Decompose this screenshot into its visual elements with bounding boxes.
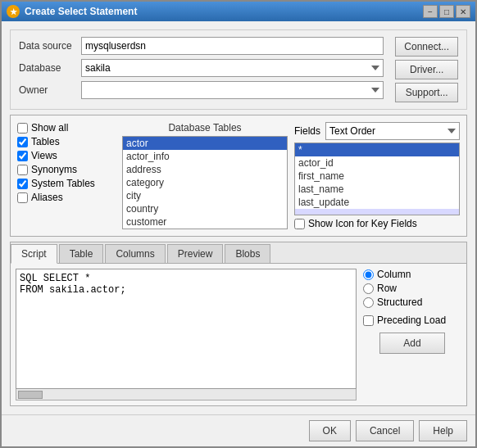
owner-label: Owner xyxy=(19,84,76,96)
form-section: Data source Database sakila xyxy=(10,29,467,110)
show-all-label: Show all xyxy=(31,122,68,133)
window-icon: ★ xyxy=(7,5,20,18)
views-checkbox[interactable] xyxy=(17,151,28,161)
title-bar: ★ Create Select Statement − □ ✕ xyxy=(2,2,475,21)
sql-area: SQL SELECT * FROM sakila.actor; xyxy=(16,269,357,400)
fields-header: Fields Text Order Creation Order Alphabe… xyxy=(294,122,460,140)
filter-panel: Show all Tables Views Synonyms xyxy=(17,122,116,229)
tab-script[interactable]: Script xyxy=(11,244,57,264)
list-item[interactable]: actor_info xyxy=(123,150,287,163)
list-item[interactable]: * xyxy=(295,143,459,156)
aliases-checkbox[interactable] xyxy=(17,192,28,203)
owner-select[interactable] xyxy=(81,81,384,99)
scrollbar-thumb[interactable] xyxy=(18,391,43,399)
support-button[interactable]: Support... xyxy=(395,83,458,102)
add-button[interactable]: Add xyxy=(379,333,445,354)
driver-button[interactable]: Driver... xyxy=(395,60,458,79)
preceding-load-checkbox[interactable] xyxy=(363,315,374,326)
views-label: Views xyxy=(31,150,57,161)
structured-radio-row: Structured xyxy=(363,296,461,308)
data-source-label: Data source xyxy=(19,40,76,52)
row-radio[interactable] xyxy=(363,283,374,294)
list-item[interactable]: first_name xyxy=(295,170,459,183)
list-item[interactable]: address xyxy=(123,163,287,176)
options-panel: Column Row Structured Precedin xyxy=(363,269,461,400)
show-all-checkbox[interactable] xyxy=(17,123,28,133)
list-item[interactable]: actor_id xyxy=(295,156,459,170)
fields-order-select[interactable]: Text Order Creation Order Alphabetical xyxy=(325,122,460,140)
system-tables-label: System Tables xyxy=(31,178,95,189)
tab-content: SQL SELECT * FROM sakila.actor; Column xyxy=(11,264,466,405)
connect-button[interactable]: Connect... xyxy=(395,37,458,57)
title-bar-buttons: − □ ✕ xyxy=(423,5,470,18)
show-all-row: Show all xyxy=(17,122,116,133)
list-item[interactable]: country xyxy=(123,202,287,215)
column-radio[interactable] xyxy=(363,269,374,280)
structured-label: Structured xyxy=(377,296,422,308)
database-tables-list[interactable]: actor actor_info address category city c… xyxy=(122,136,288,229)
tab-blobs[interactable]: Blobs xyxy=(225,244,270,263)
action-buttons: Connect... Driver... Support... xyxy=(395,37,458,102)
window-content: Data source Database sakila xyxy=(2,21,475,414)
radio-group: Column Row Structured xyxy=(363,269,461,308)
tab-preview[interactable]: Preview xyxy=(167,244,224,263)
list-item[interactable]: last_update xyxy=(295,196,459,209)
middle-top: Show all Tables Views Synonyms xyxy=(17,122,460,229)
synonyms-row: Synonyms xyxy=(17,164,116,175)
show-icon-row: Show Icon for Key Fields xyxy=(294,218,460,229)
list-item[interactable]: category xyxy=(123,176,287,189)
horizontal-scrollbar[interactable] xyxy=(16,389,357,400)
structured-radio[interactable] xyxy=(363,297,374,308)
window-title: Create Select Statement xyxy=(25,6,423,17)
column-label: Column xyxy=(377,269,411,280)
main-window: ★ Create Select Statement − □ ✕ Data sou… xyxy=(0,0,477,448)
synonyms-label: Synonyms xyxy=(31,164,77,175)
system-tables-row: System Tables xyxy=(17,178,116,189)
tabs-section: Script Table Columns Preview Blobs SQL S… xyxy=(10,242,467,406)
maximize-button[interactable]: □ xyxy=(439,5,454,18)
fields-label: Fields xyxy=(294,125,320,137)
help-button[interactable]: Help xyxy=(419,420,467,441)
bottom-bar: OK Cancel Help xyxy=(2,414,475,446)
views-row: Views xyxy=(17,150,116,161)
list-item[interactable]: customer xyxy=(123,215,287,229)
tab-columns[interactable]: Columns xyxy=(105,244,165,263)
database-label: Database xyxy=(19,62,76,74)
aliases-row: Aliases xyxy=(17,192,116,203)
show-icon-checkbox[interactable] xyxy=(294,219,305,229)
data-source-row: Data source xyxy=(19,37,384,55)
middle-section: Show all Tables Views Synonyms xyxy=(10,115,467,237)
data-source-input[interactable] xyxy=(81,37,384,55)
fields-panel: Fields Text Order Creation Order Alphabe… xyxy=(294,122,460,229)
synonyms-checkbox[interactable] xyxy=(17,165,28,175)
sql-textarea[interactable]: SQL SELECT * FROM sakila.actor; xyxy=(16,269,356,388)
database-tables-label: Database Tables xyxy=(122,122,288,133)
show-icon-label: Show Icon for Key Fields xyxy=(308,218,417,229)
cancel-button[interactable]: Cancel xyxy=(356,420,414,441)
preceding-load-label: Preceding Load xyxy=(377,315,446,326)
list-item[interactable]: city xyxy=(123,189,287,202)
sql-textarea-wrapper: SQL SELECT * FROM sakila.actor; xyxy=(16,269,357,389)
database-select[interactable]: sakila xyxy=(81,59,384,77)
list-item[interactable]: last_name xyxy=(295,183,459,196)
aliases-label: Aliases xyxy=(31,192,63,203)
system-tables-checkbox[interactable] xyxy=(17,179,28,189)
row-label: Row xyxy=(377,283,397,294)
list-item[interactable]: actor xyxy=(123,137,287,150)
preceding-load-row: Preceding Load xyxy=(363,315,461,326)
tab-table[interactable]: Table xyxy=(59,244,104,263)
row-radio-row: Row xyxy=(363,283,461,294)
tables-panel: Database Tables actor actor_info address… xyxy=(122,122,288,229)
tables-checkbox[interactable] xyxy=(17,137,28,147)
tables-label: Tables xyxy=(31,136,60,147)
column-radio-row: Column xyxy=(363,269,461,280)
fields-list[interactable]: * actor_id first_name last_name last_upd… xyxy=(294,143,460,215)
close-button[interactable]: ✕ xyxy=(456,5,470,18)
tables-row: Tables xyxy=(17,136,116,147)
owner-row: Owner xyxy=(19,81,384,99)
database-row: Database sakila xyxy=(19,59,384,77)
ok-button[interactable]: OK xyxy=(309,420,351,441)
minimize-button[interactable]: − xyxy=(423,5,438,18)
tab-bar: Script Table Columns Preview Blobs xyxy=(11,242,466,264)
